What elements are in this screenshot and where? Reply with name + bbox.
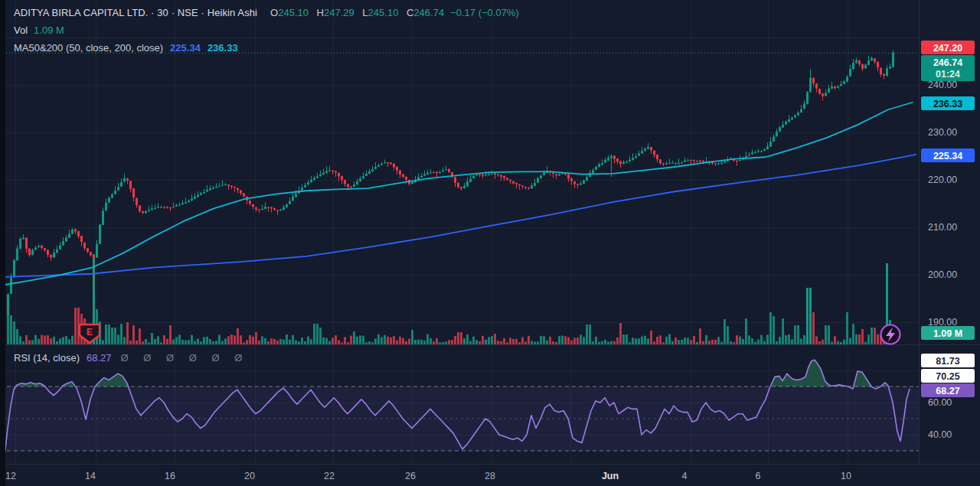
time-label: 6 — [756, 471, 761, 481]
rsi-indicator-label: RSI (14, close) — [14, 352, 80, 364]
svg-text:225.34: 225.34 — [933, 151, 962, 161]
time-label: 28 — [485, 471, 495, 481]
svg-text:246.74: 246.74 — [933, 57, 962, 68]
price-axis[interactable]: 240.00230.00220.00210.00200.00190.0060.0… — [921, 41, 975, 440]
svg-text:81.73: 81.73 — [936, 356, 959, 367]
svg-text:68.27: 68.27 — [936, 386, 959, 396]
symbol-title: ADITYA BIRLA CAPITAL LTD. · 30 · NSE · H… — [14, 7, 257, 18]
ma-legend-row[interactable]: MA50&200 (50, close, 200, close) 225.34 … — [14, 42, 238, 54]
time-label: 14 — [85, 471, 96, 481]
svg-text:240.00: 240.00 — [928, 80, 957, 90]
ma50-price-badge: 236.33 — [921, 96, 975, 110]
open-value: 245.10 — [278, 7, 309, 18]
flash-event-icon[interactable] — [881, 325, 900, 344]
open-label: O — [270, 7, 278, 18]
rsi-legend-row[interactable]: RSI (14, close) 68.27 Ø Ø Ø Ø Ø Ø — [14, 352, 248, 364]
change-value: −0.17 (−0.07%) — [450, 7, 519, 18]
high-price-badge: 247.20 — [921, 41, 975, 54]
time-label: 22 — [324, 471, 335, 481]
svg-text:70.25: 70.25 — [936, 371, 959, 382]
svg-text:E: E — [87, 327, 93, 338]
svg-text:1.09 M: 1.09 M — [933, 328, 962, 339]
ma200-price-badge: 225.34 — [921, 148, 975, 162]
volume-legend-row[interactable]: Vol 1.09 M — [14, 24, 64, 36]
time-label: 16 — [165, 471, 175, 481]
svg-text:220.00: 220.00 — [928, 175, 957, 185]
svg-text:210.00: 210.00 — [928, 222, 957, 233]
volume-bars — [7, 254, 894, 344]
volume-badge: 1.09 M — [921, 326, 975, 340]
ohlc-values: O245.10 H247.29 L245.10 C246.74 — [265, 7, 444, 18]
svg-text:190.00: 190.00 — [928, 317, 957, 328]
volume-label: Vol — [14, 24, 28, 36]
volume-value: 1.09 M — [34, 24, 64, 36]
rsi-overbought-fill — [95, 373, 129, 387]
time-label: Jun — [602, 471, 619, 481]
last-price-badge: 246.7401:24 — [921, 55, 975, 81]
rsi-empty-slots: Ø Ø Ø Ø Ø Ø — [121, 352, 249, 364]
svg-text:60.00: 60.00 — [928, 397, 952, 408]
chart-canvas[interactable]: E240.00230.00220.00210.00200.00190.0060.… — [0, 0, 980, 486]
rsi-overbought-fill — [770, 360, 848, 387]
rsi-high-badge: 81.73 — [921, 354, 975, 367]
time-label: 10 — [841, 471, 851, 481]
ma50-line — [0, 103, 913, 286]
rsi-band-badge: 70.25 — [921, 369, 975, 383]
high-label: H — [317, 7, 324, 18]
ma200-value: 225.34 — [170, 42, 201, 54]
svg-text:40.00: 40.00 — [928, 429, 952, 440]
low-label: L — [362, 7, 368, 18]
svg-text:230.00: 230.00 — [928, 127, 957, 138]
time-label: 4 — [682, 471, 688, 481]
window-left-edge — [0, 0, 5, 486]
rsi-pane — [0, 360, 919, 451]
time-label: 12 — [5, 471, 16, 481]
rsi-value: 68.27 — [87, 352, 112, 364]
ma200-line — [0, 155, 916, 277]
ma-indicator-label: MA50&200 (50, close, 200, close) — [14, 42, 163, 54]
svg-text:236.33: 236.33 — [933, 99, 962, 109]
close-label: C — [407, 7, 413, 18]
high-value: 247.29 — [324, 7, 354, 18]
trading-chart-window: E240.00230.00220.00210.00200.00190.0060.… — [0, 0, 980, 486]
svg-text:200.00: 200.00 — [928, 269, 957, 280]
time-label: 20 — [244, 471, 255, 481]
close-value: 246.74 — [413, 7, 444, 18]
symbol-legend-row[interactable]: ADITYA BIRLA CAPITAL LTD. · 30 · NSE · H… — [14, 7, 519, 18]
rsi-value-badge: 68.27 — [921, 383, 975, 397]
time-axis[interactable]: 12141620222628Jun4610 — [5, 471, 851, 481]
svg-text:01:24: 01:24 — [936, 69, 960, 80]
ma50-value: 236.33 — [207, 42, 238, 54]
svg-text:247.20: 247.20 — [933, 43, 962, 54]
low-value: 245.10 — [368, 7, 399, 18]
time-label: 26 — [405, 471, 416, 481]
